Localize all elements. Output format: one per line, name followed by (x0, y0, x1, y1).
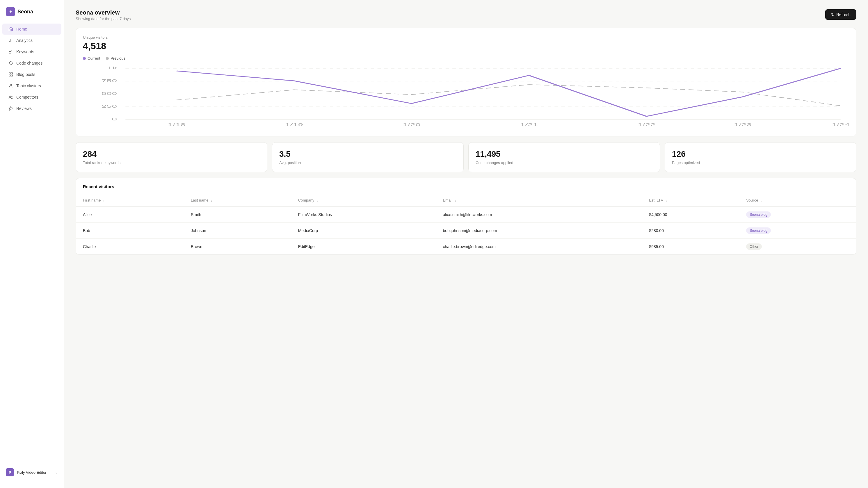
workspace-switcher[interactable]: P Pixly Video Editor ⌄ (3, 466, 60, 479)
cell-source-1: Seona blog (739, 223, 856, 239)
sidebar-item-label-home: Home (16, 27, 27, 31)
users-icon (8, 95, 13, 100)
bar-chart-icon (8, 38, 13, 43)
sort-icon-company: ↕ (316, 199, 318, 202)
legend-previous-label: Previous (111, 56, 125, 61)
logo[interactable]: ✦ Seona (0, 5, 64, 23)
col-label-email: Email (443, 198, 452, 202)
svg-rect-6 (11, 73, 12, 74)
workspace-name: Pixly Video Editor (17, 470, 52, 475)
stat-label-1: Avg. position (279, 161, 456, 165)
cell-email-0: alice.smith@filmworks.com (436, 207, 642, 223)
cell-company-2: EditEdge (291, 239, 436, 255)
main-content: Seona overview Showing data for the past… (64, 0, 868, 488)
sidebar-item-label-reviews: Reviews (16, 106, 32, 111)
col-header-email[interactable]: Email ↕ (436, 194, 642, 207)
line-chart: 1k 750 500 250 0 1/18 1/19 1/20 1/21 1/2… (83, 65, 849, 129)
table-head: First name ↑ Last name ↕ Company ↕ Email… (76, 194, 856, 207)
sidebar-item-label-analytics: Analytics (16, 38, 33, 43)
visitors-chart-card: Unique visitors 4,518 Current Previous 1… (75, 28, 856, 136)
legend-current: Current (83, 56, 100, 61)
table-body: Alice Smith FilmWorks Studios alice.smit… (76, 207, 856, 255)
sort-icon-email: ↕ (455, 199, 456, 202)
svg-point-9 (10, 84, 11, 86)
cell-email-1: bob.johnson@mediacorp.com (436, 223, 642, 239)
page-title: Seona overview (75, 9, 131, 16)
col-header-source[interactable]: Source ↕ (739, 194, 856, 207)
sidebar-item-home[interactable]: Home (2, 24, 61, 35)
legend-current-dot (83, 57, 86, 60)
workspace-section: P Pixly Video Editor ⌄ (0, 461, 64, 483)
svg-marker-12 (9, 106, 12, 110)
stat-card-1: 3.5 Avg. position (272, 142, 464, 172)
stat-card-0: 284 Total ranked keywords (75, 142, 267, 172)
cell-first-name-1: Bob (76, 223, 184, 239)
logo-icon: ✦ (6, 7, 15, 16)
stat-card-3: 126 Pages optimized (665, 142, 856, 172)
col-header-last_name[interactable]: Last name ↕ (184, 194, 291, 207)
legend-previous-dot (106, 57, 109, 60)
col-header-est_ltv[interactable]: Est. LTV ↕ (642, 194, 739, 207)
cell-source-0: Seona blog (739, 207, 856, 223)
cell-company-1: MediaCorp (291, 223, 436, 239)
refresh-icon: ↻ (831, 12, 835, 17)
sidebar-item-competitors[interactable]: Competitors (2, 92, 61, 103)
sidebar-item-topic-clusters[interactable]: Topic clusters (2, 80, 61, 91)
stat-label-2: Code changes applied (475, 161, 653, 165)
nav-menu: Home Analytics Keywords Code changes Blo… (0, 23, 64, 114)
sort-icon-source: ↕ (761, 199, 762, 202)
source-badge-2: Other (746, 243, 762, 250)
svg-text:1/21: 1/21 (520, 123, 538, 127)
source-badge-1: Seona blog (746, 227, 771, 234)
home-icon (8, 27, 13, 32)
svg-text:1k: 1k (107, 66, 117, 70)
svg-rect-7 (9, 75, 10, 76)
svg-text:1/18: 1/18 (167, 123, 186, 127)
col-header-company[interactable]: Company ↕ (291, 194, 436, 207)
cell-source-2: Other (739, 239, 856, 255)
col-header-first_name[interactable]: First name ↑ (76, 194, 184, 207)
svg-text:250: 250 (101, 104, 117, 108)
sidebar-item-blog-posts[interactable]: Blog posts (2, 69, 61, 80)
refresh-label: Refresh (836, 12, 850, 17)
key-icon (8, 49, 13, 54)
legend-current-label: Current (88, 56, 100, 61)
stat-value-1: 3.5 (279, 150, 456, 159)
page-header: Seona overview Showing data for the past… (75, 9, 856, 21)
svg-point-11 (11, 96, 12, 97)
sidebar-item-code-changes[interactable]: Code changes (2, 58, 61, 69)
cell-ltv-2: $985.00 (642, 239, 739, 255)
stat-card-2: 11,495 Code changes applied (468, 142, 660, 172)
svg-point-10 (9, 96, 11, 97)
sidebar-item-analytics[interactable]: Analytics (2, 35, 61, 46)
workspace-avatar: P (6, 468, 14, 476)
col-label-first_name: First name (83, 198, 101, 202)
sidebar-item-reviews[interactable]: Reviews (2, 103, 61, 114)
chart-current-line (177, 68, 841, 116)
svg-text:0: 0 (112, 117, 117, 121)
table-row: Charlie Brown EditEdge charlie.brown@edi… (76, 239, 856, 255)
cell-email-2: charlie.brown@editedge.com (436, 239, 642, 255)
cell-last-name-1: Johnson (184, 223, 291, 239)
col-label-company: Company (298, 198, 314, 202)
col-label-last_name: Last name (191, 198, 209, 202)
sidebar-item-label-blog-posts: Blog posts (16, 72, 35, 77)
cell-last-name-2: Brown (184, 239, 291, 255)
person-icon (8, 83, 13, 89)
star-icon (8, 106, 13, 111)
diamond-icon (8, 61, 13, 66)
cell-ltv-1: $280.00 (642, 223, 739, 239)
svg-rect-8 (11, 75, 12, 76)
sort-icon-first_name: ↑ (103, 199, 105, 202)
col-label-source: Source (746, 198, 758, 202)
svg-text:500: 500 (101, 92, 117, 95)
svg-marker-4 (9, 61, 12, 65)
stat-value-3: 126 (672, 150, 849, 159)
refresh-button[interactable]: ↻ Refresh (825, 9, 856, 20)
svg-text:1/19: 1/19 (285, 123, 303, 127)
cell-first-name-0: Alice (76, 207, 184, 223)
stats-grid: 284 Total ranked keywords 3.5 Avg. posit… (75, 142, 856, 172)
svg-text:750: 750 (101, 79, 117, 83)
svg-text:1/24: 1/24 (831, 123, 849, 127)
sidebar-item-keywords[interactable]: Keywords (2, 46, 61, 57)
